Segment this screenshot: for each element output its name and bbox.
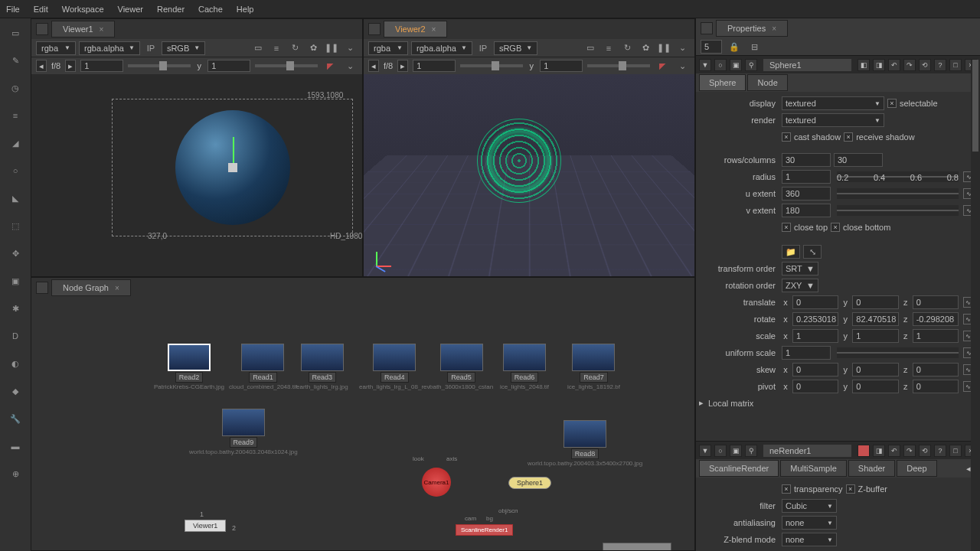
gear-icon[interactable]: ✿ <box>638 41 653 55</box>
panel-count-input[interactable] <box>701 40 722 54</box>
tool-other-icon[interactable]: ▬ <box>7 438 24 455</box>
max-icon[interactable]: □ <box>949 59 962 71</box>
closebottom-checkbox[interactable]: × <box>831 223 840 232</box>
pane-menu-icon[interactable] <box>36 282 48 294</box>
tool-select-icon[interactable]: ▭ <box>7 24 24 41</box>
gain-input[interactable] <box>80 60 123 72</box>
vextent-input[interactable]: 180 <box>782 204 831 217</box>
help-icon[interactable]: ? <box>934 59 946 71</box>
tool-channel-icon[interactable]: ≡ <box>7 107 24 124</box>
transparency-checkbox[interactable]: × <box>782 484 791 494</box>
scrollbar[interactable] <box>971 60 980 551</box>
sx-input[interactable]: 1 <box>792 329 838 343</box>
next-button[interactable]: ▸ <box>65 60 76 72</box>
tool-transform-icon[interactable]: ✥ <box>7 245 24 262</box>
lock-icon[interactable]: 🔒 <box>727 40 742 54</box>
node-scanlinerender[interactable]: ScanlineRender1 <box>456 524 513 536</box>
sz-input[interactable]: 1 <box>913 329 959 343</box>
node-camera[interactable]: Camera1 <box>422 468 451 497</box>
tool-brush-icon[interactable]: ✎ <box>7 52 24 69</box>
closetop-checkbox[interactable]: × <box>782 223 791 232</box>
uscale-input[interactable]: 1 <box>782 346 831 360</box>
pane-menu-icon[interactable] <box>701 22 713 34</box>
prev-button[interactable]: ◂ <box>36 60 47 72</box>
close-icon[interactable]: × <box>432 25 436 34</box>
chevron-down-icon[interactable]: ⌄ <box>342 41 358 55</box>
gain-input[interactable] <box>413 60 456 72</box>
pin-icon[interactable]: ⚲ <box>745 59 757 71</box>
menu-file[interactable]: File <box>6 5 20 14</box>
chevron-down-icon[interactable]: ⌄ <box>675 41 690 55</box>
node-read6[interactable]: Read6ice_lights_2048.tif <box>500 344 549 390</box>
ty-input[interactable]: 0 <box>852 295 898 309</box>
float-icon[interactable]: ▣ <box>730 59 742 71</box>
radius-input[interactable]: 1 <box>782 170 831 184</box>
tab-node[interactable]: Node <box>747 74 787 91</box>
torder-select[interactable]: SRT▼ <box>782 262 818 276</box>
pin-icon[interactable]: ⚲ <box>745 445 757 457</box>
tab-multisample[interactable]: MultiSample <box>780 460 847 477</box>
gamma-slider[interactable] <box>255 64 318 67</box>
node-read2[interactable]: Read2PatrickKrebs-CGEarth.jpg <box>154 344 224 390</box>
help-icon[interactable]: ? <box>934 445 946 457</box>
clear-icon[interactable]: ⊟ <box>746 40 762 54</box>
tool-circle-icon[interactable]: ○ <box>7 162 24 179</box>
max-icon[interactable]: □ <box>949 445 962 457</box>
pane-menu-icon[interactable] <box>36 23 48 35</box>
tab-scanlinerender[interactable]: ScanlineRender <box>699 460 779 477</box>
tab-nodegraph[interactable]: Node Graph× <box>51 279 131 296</box>
center-icon[interactable]: ○ <box>714 445 727 457</box>
tool-toolsets-icon[interactable]: 🔧 <box>7 410 24 427</box>
node-read8[interactable]: Read8world.topo.bathy.200403.3x5400x2700… <box>528 420 642 467</box>
gamma-slider[interactable] <box>587 64 650 67</box>
radius-slider[interactable]: 0.20.40.60.8 <box>837 171 959 182</box>
viewer1-viewport[interactable]: 1593,1080 327,0 HD_1080 <box>31 74 362 276</box>
cols-input[interactable]: 30 <box>834 153 883 167</box>
tab-properties[interactable]: Properties× <box>716 20 788 37</box>
rz-input[interactable]: -0.298208 <box>913 312 959 326</box>
alpha-select[interactable]: rgba.alpha▼ <box>79 41 140 55</box>
roi-icon[interactable]: ≡ <box>601 41 616 55</box>
node-name-field[interactable]: Sphere1 <box>763 59 851 71</box>
kz-input[interactable]: 0 <box>913 363 959 377</box>
revert-icon[interactable]: ⟲ <box>919 59 931 71</box>
navigator-icon[interactable] <box>603 543 671 550</box>
pause-icon[interactable]: ❚❚ <box>656 41 671 55</box>
uscale-slider[interactable] <box>837 347 959 358</box>
ip-button[interactable]: IP <box>475 41 491 55</box>
color2-icon[interactable]: ◨ <box>873 445 885 457</box>
chevron-down-icon[interactable]: ⌄ <box>675 59 690 73</box>
filter-select[interactable]: Cubic▼ <box>782 499 837 513</box>
clip-warning-icon[interactable]: ◤ <box>322 59 338 73</box>
proxy-icon[interactable]: ▭ <box>250 41 266 55</box>
center-icon[interactable]: ○ <box>714 59 727 71</box>
tab-viewer2[interactable]: Viewer2× <box>384 21 447 37</box>
aa-select[interactable]: none▼ <box>782 516 837 530</box>
gain-slider[interactable] <box>128 64 191 67</box>
refresh-icon[interactable]: ↻ <box>619 41 635 55</box>
snap-button[interactable]: ⤡ <box>803 245 822 259</box>
tab-shader[interactable]: Shader <box>848 460 895 477</box>
zblend-select[interactable]: none▼ <box>782 533 837 546</box>
node-viewer1[interactable]: Viewer1 <box>185 520 226 532</box>
node-read9[interactable]: Read9world.topo.bathy.200403.2048x1024.j… <box>189 409 298 455</box>
colorspace-select[interactable]: sRGB▼ <box>494 41 537 55</box>
node-read5[interactable]: Read5bath_3600x1800_cstan <box>430 344 493 390</box>
rorder-select[interactable]: ZXY▼ <box>782 279 818 292</box>
next-button[interactable]: ▸ <box>397 60 408 72</box>
viewer2-viewport[interactable] <box>364 74 694 276</box>
rows-input[interactable]: 30 <box>782 153 831 167</box>
menu-edit[interactable]: Edit <box>34 5 48 14</box>
tx-input[interactable]: 0 <box>792 295 838 309</box>
node-read3[interactable]: Read3earth_lights_lrg.jpg <box>296 344 348 390</box>
property-header-sphere[interactable]: ▼ ○ ▣ ⚲ Sphere1 ◧ ◨ ↶ ↷ ⟲ ? □ × <box>696 55 980 73</box>
color-icon[interactable] <box>858 445 870 457</box>
tool-time-icon[interactable]: ◷ <box>7 80 24 96</box>
uextent-slider[interactable] <box>837 188 959 199</box>
close-icon[interactable]: × <box>100 25 104 34</box>
menu-render[interactable]: Render <box>157 5 185 14</box>
collapse-icon[interactable]: ▼ <box>699 59 711 71</box>
recvshadow-checkbox[interactable]: × <box>844 132 853 142</box>
undo-icon[interactable]: ↶ <box>888 445 900 457</box>
display-select[interactable]: textured▼ <box>782 96 884 110</box>
